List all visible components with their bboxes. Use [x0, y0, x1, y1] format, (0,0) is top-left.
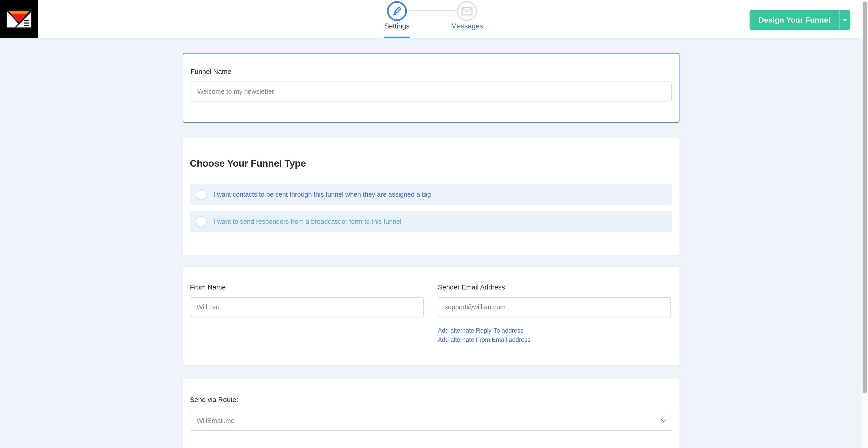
settings-form: Funnel Name Choose Your Funnel Type I wa… — [183, 38, 680, 448]
from-name-label: From Name — [190, 283, 424, 291]
option-broadcast-label: I want to send responders from a broadca… — [213, 218, 401, 226]
envelope-icon — [461, 6, 473, 15]
radio-tag-option[interactable] — [196, 189, 207, 200]
page-scrollbar-track[interactable] — [861, 0, 868, 448]
option-tag-label: I want contacts to be sent through this … — [213, 191, 431, 198]
design-your-funnel-button[interactable]: Design Your Funnel — [749, 10, 850, 30]
app-logo[interactable] — [0, 0, 38, 38]
step-messages-label[interactable]: Messages — [442, 22, 492, 30]
chevron-down-icon — [660, 419, 667, 423]
caret-down-icon — [843, 19, 847, 21]
pencil-icon — [392, 6, 402, 16]
funnel-name-card: Funnel Name — [183, 53, 680, 123]
step-settings-circle[interactable] — [387, 1, 407, 21]
step-messages-circle[interactable] — [457, 1, 477, 21]
page-scrollbar-thumb[interactable] — [863, 1, 867, 393]
from-name-input[interactable] — [190, 297, 424, 317]
step-settings-label[interactable]: Settings — [372, 22, 422, 30]
funnel-type-option-tag[interactable]: I want contacts to be sent through this … — [190, 184, 672, 205]
route-select-value: WillEmail.me — [197, 417, 235, 424]
funnel-type-card: Choose Your Funnel Type I want contacts … — [183, 138, 680, 255]
active-step-underline — [384, 37, 410, 38]
add-from-email-link[interactable]: Add alternate From Email address — [438, 336, 671, 344]
stepper-connector — [408, 10, 457, 11]
add-reply-to-link[interactable]: Add alternate Reply-To address — [438, 327, 671, 335]
radio-broadcast-option[interactable] — [196, 216, 207, 227]
route-label: Send via Route: — [190, 395, 672, 404]
funnel-name-label: Funnel Name — [191, 68, 672, 76]
sender-email-label: Sender Email Address — [438, 283, 671, 291]
route-card: Send via Route: WillEmail.me — [183, 379, 680, 448]
design-button-label: Design Your Funnel — [749, 10, 839, 30]
funnel-type-option-broadcast[interactable]: I want to send responders from a broadca… — [190, 211, 672, 232]
funnel-type-heading: Choose Your Funnel Type — [190, 158, 672, 169]
funnel-name-input[interactable] — [191, 81, 672, 101]
route-select[interactable]: WillEmail.me — [190, 411, 672, 430]
sender-email-input[interactable] — [438, 297, 671, 317]
from-name-column: From Name — [190, 283, 424, 344]
alternate-links: Add alternate Reply-To address Add alter… — [438, 327, 671, 344]
design-button-dropdown[interactable] — [839, 10, 850, 30]
sender-card: From Name Sender Email Address Add alter… — [183, 267, 680, 365]
sender-email-column: Sender Email Address Add alternate Reply… — [438, 283, 671, 344]
envelope-logo-icon — [6, 8, 32, 29]
topbar: Settings Messages Design Your Funnel — [0, 0, 868, 38]
